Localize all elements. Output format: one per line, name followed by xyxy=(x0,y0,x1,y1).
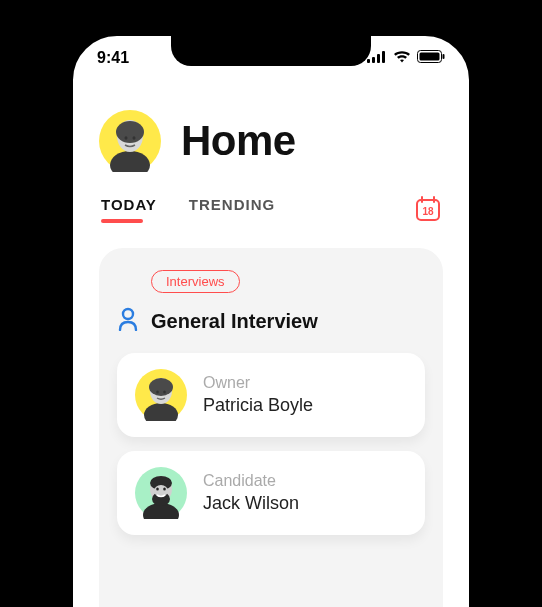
status-right xyxy=(367,49,445,67)
phone-notch xyxy=(171,34,371,66)
tabs-row: TODAY TRENDING 18 xyxy=(99,194,443,224)
owner-info: Owner Patricia Boyle xyxy=(203,374,313,416)
svg-point-12 xyxy=(133,136,136,140)
calendar-button[interactable]: 18 xyxy=(413,194,443,224)
profile-avatar[interactable] xyxy=(99,110,161,172)
interview-section: Interviews General Interview xyxy=(99,248,443,607)
svg-rect-3 xyxy=(382,51,385,63)
candidate-card[interactable]: Candidate Jack Wilson xyxy=(117,451,425,535)
calendar-icon: 18 xyxy=(414,195,442,223)
tab-trending[interactable]: TRENDING xyxy=(189,196,275,223)
person-icon xyxy=(117,307,139,335)
wifi-icon xyxy=(393,49,411,67)
section-title-row: General Interview xyxy=(117,307,425,335)
battery-icon xyxy=(417,49,445,67)
section-title: General Interview xyxy=(151,310,318,333)
header: Home xyxy=(99,110,443,172)
candidate-avatar xyxy=(135,467,187,519)
page-title: Home xyxy=(181,117,296,165)
svg-rect-6 xyxy=(443,54,445,59)
svg-point-10 xyxy=(116,121,144,143)
owner-role: Owner xyxy=(203,374,313,392)
owner-avatar xyxy=(135,369,187,421)
owner-name: Patricia Boyle xyxy=(203,395,313,416)
svg-rect-1 xyxy=(372,57,375,63)
svg-point-23 xyxy=(163,391,166,394)
owner-card[interactable]: Owner Patricia Boyle xyxy=(117,353,425,437)
candidate-role: Candidate xyxy=(203,472,299,490)
status-time: 9:41 xyxy=(97,49,129,67)
content: Home TODAY TRENDING 18 Interviews xyxy=(73,98,469,607)
svg-text:18: 18 xyxy=(422,206,434,217)
svg-point-30 xyxy=(156,488,159,491)
svg-point-11 xyxy=(125,136,128,140)
svg-point-29 xyxy=(154,485,168,497)
svg-point-31 xyxy=(163,488,166,491)
svg-point-21 xyxy=(149,378,173,396)
section-badge: Interviews xyxy=(151,270,240,293)
svg-rect-0 xyxy=(367,59,370,63)
svg-rect-2 xyxy=(377,54,380,63)
phone-frame: 9:41 xyxy=(61,24,481,607)
svg-rect-5 xyxy=(420,53,440,61)
svg-point-22 xyxy=(156,391,159,394)
candidate-info: Candidate Jack Wilson xyxy=(203,472,299,514)
candidate-name: Jack Wilson xyxy=(203,493,299,514)
tab-today[interactable]: TODAY xyxy=(101,196,157,223)
svg-point-17 xyxy=(123,309,133,319)
